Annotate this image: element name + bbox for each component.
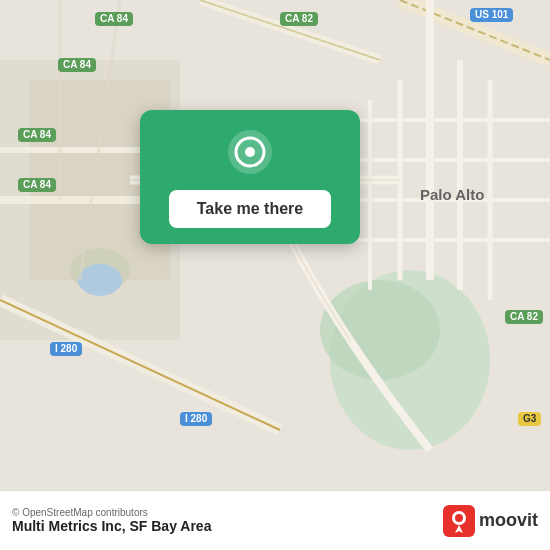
road-badge-ca82-2: CA 82: [505, 310, 543, 324]
popup-card: Take me there: [140, 110, 360, 244]
osm-credit: © OpenStreetMap contributors: [12, 507, 211, 518]
take-me-there-button[interactable]: Take me there: [169, 190, 331, 228]
road-badge-us101: US 101: [470, 8, 513, 22]
location-name: Multi Metrics Inc, SF Bay Area: [12, 518, 211, 534]
road-badge-i280-1: I 280: [50, 342, 82, 356]
road-badge-ca84-3: CA 84: [18, 128, 56, 142]
road-badge-i280-2: I 280: [180, 412, 212, 426]
road-badge-ca82-1: CA 82: [280, 12, 318, 26]
moovit-text: moovit: [479, 510, 538, 531]
bottom-bar: © OpenStreetMap contributors Multi Metri…: [0, 490, 550, 550]
svg-point-23: [78, 264, 122, 296]
svg-text:Palo Alto: Palo Alto: [420, 186, 484, 203]
map-svg: Palo Alto: [0, 0, 550, 490]
road-badge-g3: G3: [518, 412, 541, 426]
road-badge-ca84-2: CA 84: [58, 58, 96, 72]
moovit-brand-icon: [443, 505, 475, 537]
svg-point-31: [245, 147, 255, 157]
moovit-logo: moovit: [443, 505, 538, 537]
road-badge-ca84-4: CA 84: [18, 178, 56, 192]
map-container: Palo Alto CA 84 CA 84 CA 82 CA 84 CA 84 …: [0, 0, 550, 490]
road-badge-ca84-1: CA 84: [95, 12, 133, 26]
bottom-info: © OpenStreetMap contributors Multi Metri…: [12, 507, 211, 534]
svg-point-34: [455, 514, 463, 522]
pin-icon: [226, 128, 274, 176]
svg-point-2: [320, 280, 440, 380]
